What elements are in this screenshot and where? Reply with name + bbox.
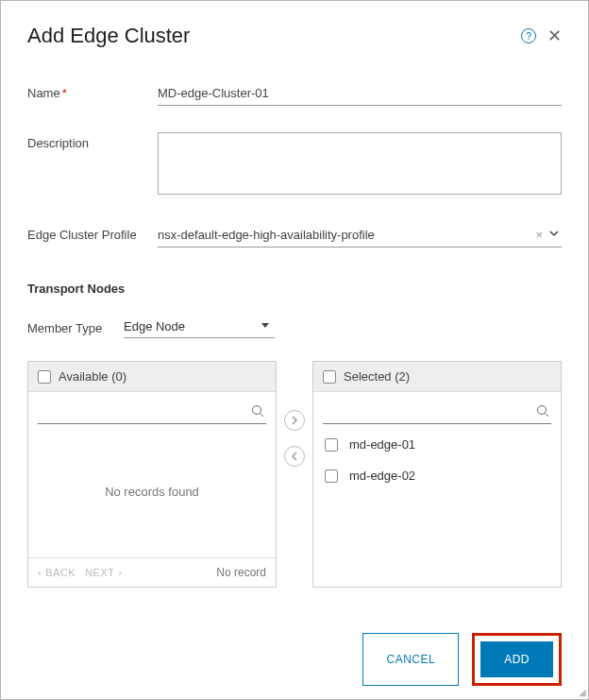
dialog-header-icons: ? ✕: [521, 27, 562, 44]
add-button[interactable]: ADD: [480, 641, 553, 677]
add-edge-cluster-dialog: Add Edge Cluster ? ✕ Name Description Ed…: [0, 0, 589, 700]
dialog-title: Add Edge Cluster: [27, 24, 190, 48]
profile-clear-icon[interactable]: ×: [535, 228, 543, 242]
selected-panel: Selected (2) md-edge-01 md-edge-02: [312, 361, 562, 588]
profile-row: Edge Cluster Profile ×: [27, 224, 562, 248]
search-icon[interactable]: [251, 404, 264, 418]
help-icon[interactable]: ?: [521, 28, 536, 43]
item-checkbox[interactable]: [325, 438, 338, 452]
available-search-input[interactable]: [38, 401, 266, 423]
description-label: Description: [27, 132, 158, 150]
dialog-header: Add Edge Cluster ? ✕: [27, 24, 562, 48]
transfer-list: Available (0) No records found ‹ BACK NE…: [27, 361, 562, 588]
cancel-button[interactable]: CANCEL: [362, 633, 459, 686]
selected-search-input[interactable]: [323, 401, 551, 423]
svg-line-1: [261, 414, 264, 418]
list-item[interactable]: md-edge-01: [325, 435, 549, 453]
item-label: md-edge-02: [349, 469, 415, 483]
paging-next-button[interactable]: NEXT ›: [85, 567, 123, 578]
svg-line-3: [546, 414, 549, 418]
profile-input[interactable]: [158, 224, 562, 248]
svg-point-2: [538, 406, 547, 415]
description-input[interactable]: [158, 132, 562, 195]
search-icon[interactable]: [536, 404, 549, 418]
move-right-button[interactable]: [284, 410, 305, 431]
selected-list: md-edge-01 md-edge-02: [313, 426, 561, 587]
member-type-label: Member Type: [27, 319, 124, 335]
selected-heading-text: Selected (2): [344, 369, 410, 384]
available-heading-text: Available (0): [59, 369, 126, 384]
selected-header: Selected (2): [313, 362, 561, 392]
resize-grip-icon: ◢: [579, 687, 586, 697]
selected-search: [323, 401, 551, 424]
paging-info: No record: [216, 566, 266, 579]
available-header: Available (0): [28, 362, 276, 392]
paging-back-button[interactable]: ‹ BACK: [38, 567, 76, 578]
profile-combo[interactable]: ×: [158, 224, 562, 248]
name-input[interactable]: [158, 82, 562, 106]
selected-select-all-checkbox[interactable]: [323, 370, 336, 384]
description-row: Description: [27, 132, 562, 197]
available-footer: ‹ BACK NEXT › No record: [28, 557, 276, 587]
available-empty: No records found: [28, 426, 276, 557]
name-label: Name: [27, 82, 158, 100]
member-type-row: Member Type Edge Node: [27, 316, 562, 338]
list-item[interactable]: md-edge-02: [325, 467, 549, 485]
add-button-highlight: ADD: [472, 633, 562, 686]
item-checkbox[interactable]: [325, 470, 338, 483]
member-type-select-wrap[interactable]: Edge Node: [124, 316, 275, 338]
transfer-buttons: [284, 361, 305, 467]
available-select-all-checkbox[interactable]: [38, 370, 51, 384]
svg-point-0: [253, 406, 261, 415]
item-label: md-edge-01: [349, 437, 415, 452]
chevron-down-icon[interactable]: [548, 228, 560, 239]
close-icon[interactable]: ✕: [547, 27, 562, 44]
available-search: [38, 401, 266, 424]
move-left-button[interactable]: [284, 446, 305, 467]
name-row: Name: [27, 82, 562, 106]
available-panel: Available (0) No records found ‹ BACK NE…: [27, 361, 277, 588]
transport-nodes-section: Transport Nodes: [27, 282, 562, 296]
dialog-actions: CANCEL ADD: [27, 633, 562, 686]
profile-label: Edge Cluster Profile: [27, 224, 158, 242]
member-type-select[interactable]: Edge Node: [124, 316, 275, 338]
